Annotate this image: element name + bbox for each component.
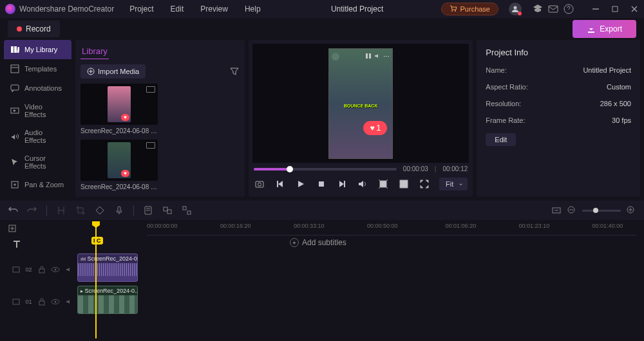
- track-01: 01 ▸ ScreenRec_2024-0...: [8, 286, 636, 318]
- video-fx-icon: [10, 106, 19, 115]
- cursor-fx-icon: [10, 158, 19, 167]
- aspect-ratio-value: Custom: [607, 83, 631, 91]
- project-info-title: Project Info: [486, 48, 631, 57]
- close-button[interactable]: [630, 5, 639, 14]
- mute-icon[interactable]: [65, 265, 74, 274]
- overlay-text: BOUNCE BACK: [344, 103, 378, 107]
- sidebar-item-video-effects[interactable]: Video Effects: [4, 98, 71, 124]
- add-track-icon[interactable]: [8, 224, 17, 233]
- app-logo: [5, 4, 15, 14]
- pan-zoom-icon: [10, 180, 19, 189]
- sidebar-item-transitions[interactable]: Transitions: [4, 194, 71, 197]
- subtitle-marker[interactable]: I C: [91, 237, 103, 244]
- timeline-ruler[interactable]: 00:00:00:00 00:00:16:20 00:00:33:10 00:0…: [147, 223, 636, 235]
- sidebar-item-annotations[interactable]: Annotations: [4, 78, 71, 98]
- marker-icon[interactable]: [143, 205, 153, 216]
- edit-project-button[interactable]: Edit: [486, 133, 516, 146]
- media-item[interactable]: ♥ ScreenRec_2024-06-08 04-39...: [80, 140, 158, 190]
- next-frame-button[interactable]: [336, 178, 348, 190]
- svg-rect-30: [183, 207, 186, 210]
- zoom-out-icon[interactable]: [567, 205, 577, 216]
- topbar: Record Export: [0, 18, 644, 40]
- pause-mini-icon: [365, 53, 372, 59]
- record-button[interactable]: Record: [8, 21, 60, 37]
- visibility-icon[interactable]: [51, 265, 60, 274]
- maximize-button[interactable]: [611, 5, 620, 14]
- export-button[interactable]: Export: [573, 20, 636, 38]
- library-panel: Library Import Media ♥ ScreenRec_2024-06…: [75, 40, 245, 197]
- svg-rect-17: [366, 53, 368, 59]
- menu-preview[interactable]: Preview: [200, 5, 228, 14]
- zoom-in-icon[interactable]: [626, 205, 636, 216]
- video-clip[interactable]: ▸ ScreenRec_2024-0...: [77, 286, 138, 314]
- split-icon[interactable]: [56, 205, 66, 216]
- audio-clip[interactable]: ılıl ScreenRec_2024-0...: [77, 253, 138, 282]
- import-media-button[interactable]: Import Media: [80, 64, 146, 78]
- crop-tl-icon[interactable]: [75, 205, 86, 216]
- svg-rect-25: [400, 180, 408, 188]
- user-avatar-icon[interactable]: [509, 3, 522, 15]
- preview-panel: ⋯ BOUNCE BACK ♥ 1 00:00:03 | 00:00:12: [249, 40, 473, 197]
- purchase-button[interactable]: Purchase: [441, 3, 498, 15]
- stop-button[interactable]: [316, 178, 327, 190]
- lock-icon[interactable]: [37, 265, 46, 274]
- volume-button[interactable]: [357, 178, 368, 190]
- safe-zone-button[interactable]: [398, 178, 410, 190]
- visibility-icon[interactable]: [51, 297, 60, 306]
- filter-icon[interactable]: [229, 66, 240, 77]
- avatar-icon: [332, 53, 339, 60]
- library-tab[interactable]: Library: [80, 44, 109, 59]
- sidebar-item-templates[interactable]: Templates: [4, 59, 71, 78]
- svg-rect-19: [256, 181, 263, 187]
- timeline: 00:00:00:00 00:00:16:20 00:00:33:10 00:0…: [0, 220, 644, 323]
- svg-rect-37: [39, 269, 44, 273]
- svg-point-2: [514, 6, 517, 10]
- text-track-icon[interactable]: [12, 239, 22, 250]
- menu-help[interactable]: Help: [245, 5, 261, 14]
- svg-rect-3: [549, 6, 558, 12]
- mute-icon[interactable]: [65, 297, 74, 306]
- preview-video: ⋯ BOUNCE BACK ♥ 1: [328, 48, 393, 159]
- sidebar-item-pan-zoom[interactable]: Pan & Zoom: [4, 175, 71, 194]
- academy-icon[interactable]: [532, 3, 544, 15]
- svg-rect-22: [319, 181, 324, 187]
- crop-button[interactable]: [377, 178, 389, 190]
- fullscreen-button[interactable]: [419, 178, 430, 190]
- svg-rect-31: [187, 211, 191, 214]
- svg-rect-18: [369, 53, 371, 59]
- menu-edit[interactable]: Edit: [171, 5, 184, 14]
- properties-panel: Project Info Name:Untitled Project Aspec…: [477, 40, 640, 197]
- voiceover-icon[interactable]: [114, 205, 124, 216]
- progress-bar[interactable]: 00:00:03 | 00:00:12: [252, 163, 469, 175]
- media-item[interactable]: ♥ ScreenRec_2024-06-08 04-37...: [80, 84, 158, 134]
- menu-project[interactable]: Project: [129, 5, 153, 14]
- redo-icon[interactable]: [27, 205, 37, 216]
- prev-frame-button[interactable]: [274, 178, 286, 190]
- group-icon[interactable]: [162, 205, 173, 216]
- svg-rect-23: [344, 181, 345, 187]
- snapshot-button[interactable]: [254, 178, 265, 190]
- sidebar-item-library[interactable]: My Library: [4, 40, 71, 59]
- detach-icon[interactable]: [182, 205, 192, 216]
- volume-mini-icon: [374, 53, 381, 59]
- mail-icon[interactable]: [547, 3, 559, 15]
- sidebar-item-cursor-effects[interactable]: Cursor Effects: [4, 149, 71, 175]
- minimize-button[interactable]: [591, 5, 600, 14]
- support-icon[interactable]: [563, 3, 574, 15]
- zoom-slider[interactable]: [582, 210, 621, 212]
- track-02: 02 ılıl ScreenRec_2024-0...: [8, 253, 636, 286]
- fit-timeline-icon[interactable]: [551, 205, 562, 216]
- record-dot-icon: [17, 26, 22, 32]
- app-name: Wondershare DemoCreator: [19, 5, 114, 14]
- lock-icon[interactable]: [37, 297, 46, 306]
- add-subtitles-button[interactable]: +Add subtitles: [290, 238, 346, 247]
- sidebar-item-audio-effects[interactable]: Audio Effects: [4, 124, 71, 149]
- playhead[interactable]: [95, 223, 97, 338]
- undo-icon[interactable]: [8, 205, 18, 216]
- fit-mode-select[interactable]: Fit: [439, 178, 468, 190]
- svg-rect-41: [39, 301, 44, 305]
- play-button[interactable]: [295, 178, 307, 190]
- preview-canvas[interactable]: ⋯ BOUNCE BACK ♥ 1: [252, 44, 469, 163]
- like-badge: ♥ 1: [363, 121, 387, 135]
- delete-icon[interactable]: [95, 205, 105, 216]
